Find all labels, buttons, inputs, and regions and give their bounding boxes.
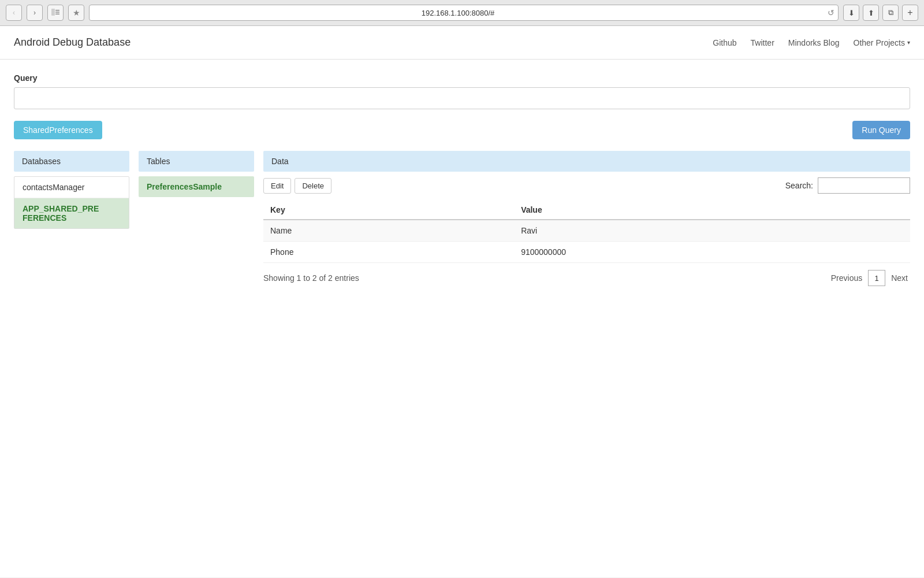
- data-header: Data: [263, 151, 910, 172]
- back-button[interactable]: ‹: [6, 5, 22, 21]
- download-button[interactable]: ⬇: [843, 5, 859, 21]
- add-tab-button[interactable]: +: [902, 5, 918, 21]
- current-page-number[interactable]: 1: [868, 270, 885, 286]
- sidebar-button[interactable]: [47, 5, 64, 21]
- column-header-key: Key: [263, 201, 514, 220]
- query-input[interactable]: [14, 87, 910, 109]
- navbar: Android Debug Database Github Twitter Mi…: [0, 26, 924, 60]
- mindorks-link[interactable]: Mindorks Blog: [788, 38, 840, 47]
- data-table: Key Value NameRaviPhone9100000000: [263, 201, 910, 263]
- navbar-links: Github Twitter Mindorks Blog Other Proje…: [713, 38, 910, 47]
- share-icon: ⬆: [868, 9, 874, 17]
- database-item-contacts[interactable]: contactsManager: [14, 177, 129, 198]
- search-input[interactable]: [818, 177, 910, 194]
- window-button[interactable]: ⧉: [882, 5, 899, 21]
- next-page-button[interactable]: Next: [889, 272, 910, 284]
- button-row: SharedPreferences Run Query: [14, 121, 910, 139]
- databases-list: contactsManager APP_SHARED_PREFERENCES: [14, 176, 129, 229]
- twitter-link[interactable]: Twitter: [751, 38, 774, 47]
- chevron-down-icon: ▾: [907, 39, 910, 46]
- page: Android Debug Database Github Twitter Mi…: [0, 26, 924, 577]
- shared-preferences-button[interactable]: SharedPreferences: [14, 121, 102, 139]
- table-row[interactable]: Phone9100000000: [263, 242, 910, 263]
- query-section: Query: [14, 73, 910, 109]
- query-label: Query: [14, 73, 910, 83]
- address-bar[interactable]: 192.168.1.100:8080/# ↺: [89, 5, 839, 21]
- svg-rect-3: [55, 14, 59, 15]
- back-icon: ‹: [13, 9, 15, 17]
- main-content: Query SharedPreferences Run Query Databa…: [0, 60, 924, 300]
- edit-button[interactable]: Edit: [263, 178, 291, 194]
- cell-key: Name: [263, 220, 514, 242]
- refresh-icon[interactable]: ↺: [828, 8, 834, 17]
- cell-value: Ravi: [514, 220, 910, 242]
- table-row[interactable]: NameRavi: [263, 220, 910, 242]
- database-item-shared-pref[interactable]: APP_SHARED_PREFERENCES: [14, 198, 129, 228]
- database-item-label: contactsManager: [23, 183, 84, 192]
- table-footer: Showing 1 to 2 of 2 entries Previous 1 N…: [263, 270, 910, 286]
- cell-value: 9100000000: [514, 242, 910, 263]
- cell-key: Phone: [263, 242, 514, 263]
- other-projects-dropdown[interactable]: Other Projects ▾: [854, 38, 910, 47]
- database-item-label: APP_SHARED_PREFERENCES: [23, 204, 99, 223]
- forward-icon: ›: [33, 9, 36, 17]
- tables-header: Tables: [139, 151, 254, 172]
- github-link[interactable]: Github: [713, 38, 736, 47]
- run-query-button[interactable]: Run Query: [852, 121, 910, 139]
- column-header-value: Value: [514, 201, 910, 220]
- download-icon: ⬇: [848, 9, 855, 17]
- delete-button[interactable]: Delete: [295, 178, 331, 194]
- entries-info: Showing 1 to 2 of 2 entries: [263, 273, 359, 283]
- table-body: NameRaviPhone9100000000: [263, 220, 910, 263]
- databases-column: Databases contactsManager APP_SHARED_PRE…: [14, 151, 129, 229]
- bookmark-button[interactable]: ★: [68, 5, 84, 21]
- table-header-row: Key Value: [263, 201, 910, 220]
- app-title: Android Debug Database: [14, 36, 131, 49]
- data-toolbar: Edit Delete Search:: [263, 177, 910, 194]
- add-tab-icon: +: [907, 8, 912, 18]
- svg-rect-0: [51, 9, 55, 16]
- sidebar-icon: [51, 8, 59, 17]
- other-projects-label: Other Projects: [854, 38, 905, 47]
- address-text: 192.168.1.100:8080/#: [422, 9, 495, 17]
- table-item-preferences[interactable]: PreferencesSample: [139, 176, 254, 197]
- data-toolbar-left: Edit Delete: [263, 178, 331, 194]
- window-icon: ⧉: [888, 8, 893, 17]
- search-label: Search:: [785, 181, 813, 190]
- browser-chrome: ‹ › ★ 192.168.1.100:8080/# ↺ ⬇ ⬆ ⧉: [0, 0, 924, 26]
- pagination: Previous 1 Next: [829, 270, 910, 286]
- star-icon: ★: [73, 8, 80, 17]
- share-button[interactable]: ⬆: [863, 5, 879, 21]
- search-group: Search:: [785, 177, 910, 194]
- tables-column: Tables PreferencesSample: [139, 151, 254, 199]
- databases-header: Databases: [14, 151, 129, 172]
- svg-rect-2: [55, 12, 59, 13]
- svg-rect-1: [55, 10, 59, 11]
- browser-right-buttons: ⬇ ⬆ ⧉ +: [843, 5, 918, 21]
- table-header: Key Value: [263, 201, 910, 220]
- previous-page-button[interactable]: Previous: [829, 272, 865, 284]
- columns-row: Databases contactsManager APP_SHARED_PRE…: [14, 151, 910, 286]
- forward-button[interactable]: ›: [27, 5, 43, 21]
- data-column: Data Edit Delete Search:: [263, 151, 910, 286]
- table-item-label: PreferencesSample: [147, 182, 222, 191]
